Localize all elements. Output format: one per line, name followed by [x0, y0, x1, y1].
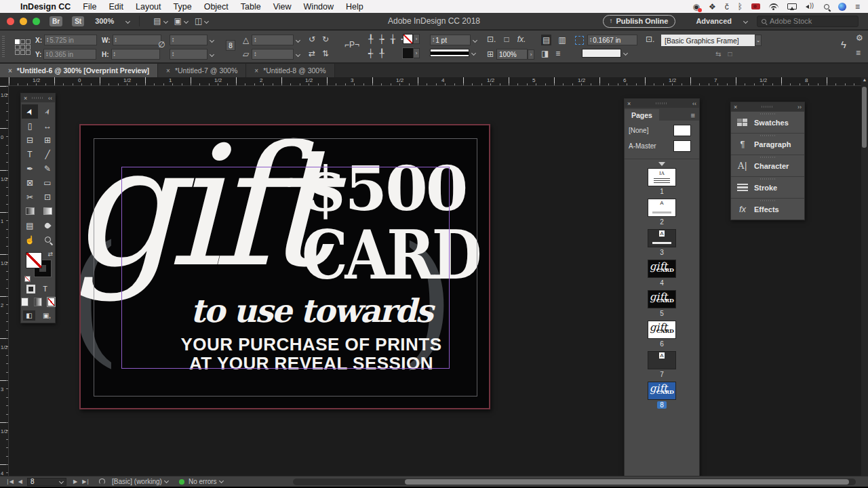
- corner-options-icon[interactable]: ⊡.: [487, 35, 496, 44]
- select-container-button[interactable]: ⌐P¬: [344, 40, 359, 49]
- wrap-none-button[interactable]: ▤: [541, 35, 551, 45]
- close-icon[interactable]: ×: [734, 104, 737, 110]
- stroke-swatch[interactable]: [403, 48, 413, 58]
- collapse-icon[interactable]: ‹‹: [48, 95, 52, 102]
- selection-tool[interactable]: ➤: [22, 104, 38, 119]
- rotate-ccw-button[interactable]: ↺: [309, 35, 315, 44]
- vertical-ruler[interactable]: 1/201/211/221/231/24: [0, 86, 9, 476]
- width-field[interactable]: ▴▾: [113, 35, 161, 45]
- line-tool[interactable]: ╱: [39, 147, 56, 161]
- screen-mode-dropdown[interactable]: ▣: [174, 16, 188, 26]
- panel-menu-icon[interactable]: ≡: [856, 48, 861, 58]
- airplay-display-icon[interactable]: [787, 3, 797, 9]
- stroke-dropdown[interactable]: ›: [413, 48, 420, 58]
- type-tool[interactable]: T: [22, 147, 38, 161]
- wrap-offset-field[interactable]: ▴▾0.1667 in: [587, 35, 637, 45]
- gradient-feather-tool[interactable]: [39, 204, 56, 218]
- horizontal-scrollbar[interactable]: [293, 479, 856, 485]
- rectangle-tool[interactable]: ▭: [39, 176, 56, 190]
- wrap-options-dropdown[interactable]: [582, 49, 621, 58]
- menubar-item[interactable]: Edit: [108, 2, 123, 12]
- formatting-affects-text-button[interactable]: T: [41, 284, 50, 293]
- frame-fitting-icon[interactable]: [575, 36, 584, 45]
- preflight-status-dropdown[interactable]: No errors: [189, 478, 223, 485]
- arrange-documents-dropdown[interactable]: ◫: [195, 16, 208, 26]
- first-page-button[interactable]: ❘◀: [5, 479, 13, 485]
- scale-y-field[interactable]: ▴▾: [170, 49, 208, 60]
- menubar-item[interactable]: File: [83, 2, 96, 12]
- page-item[interactable]: 1: [625, 168, 699, 195]
- page-item[interactable]: 7: [625, 351, 699, 378]
- x-position-field[interactable]: ▴▾5.725 in: [44, 35, 97, 45]
- next-page-button[interactable]: ▶: [73, 479, 77, 485]
- stroke-weight-field[interactable]: ▴▾1 pt: [430, 35, 471, 45]
- clear-overrides-icon[interactable]: □: [728, 50, 732, 58]
- flip-horizontal-button[interactable]: ⇄: [309, 49, 315, 58]
- page-item[interactable]: 8: [625, 382, 699, 409]
- dock-item-stroke[interactable]: Stroke: [731, 176, 804, 198]
- fill-swatch-none[interactable]: [26, 252, 42, 268]
- menubar-item[interactable]: Object: [204, 2, 229, 12]
- apply-gradient-button[interactable]: [34, 298, 41, 306]
- scroll-up-icon[interactable]: ▲: [861, 77, 868, 82]
- page-item[interactable]: 3: [625, 229, 699, 256]
- page-thumbnail[interactable]: [648, 351, 676, 369]
- fill-dropdown[interactable]: ›: [413, 34, 420, 44]
- page-thumbnail[interactable]: [648, 321, 676, 339]
- panel-menu-icon[interactable]: ≡: [687, 111, 699, 121]
- page-thumbnail[interactable]: [648, 290, 676, 308]
- page-item[interactable]: 6: [625, 321, 699, 348]
- zoom-tool[interactable]: [39, 232, 56, 247]
- quick-apply-icon[interactable]: ϟ: [841, 39, 846, 50]
- screen-record-icon[interactable]: ◉: [693, 2, 700, 12]
- ruler-origin-corner[interactable]: [0, 77, 9, 86]
- close-icon[interactable]: ×: [166, 67, 170, 75]
- apply-color-button[interactable]: [21, 298, 28, 306]
- page-item[interactable]: 4: [625, 260, 699, 287]
- master-thumbnail[interactable]: [673, 125, 691, 136]
- height-field[interactable]: ▴▾: [111, 49, 160, 60]
- distribute-button[interactable]: ╀: [379, 49, 384, 58]
- menubar-item[interactable]: View: [273, 2, 292, 12]
- master-page-row[interactable]: A-Master: [629, 140, 695, 152]
- document-tab[interactable]: × *Untitled-6 @ 300% [Overprint Preview]: [0, 64, 158, 77]
- page-tool[interactable]: ▯: [22, 119, 38, 133]
- caffeine-icon[interactable]: č: [725, 2, 729, 12]
- text-frame-outline[interactable]: [121, 167, 450, 369]
- notification-center-icon[interactable]: ≡: [855, 2, 860, 12]
- content-collector-tool[interactable]: ⊟: [22, 133, 38, 147]
- menubar-item[interactable]: Window: [304, 2, 334, 12]
- page-thumbnail[interactable]: [648, 229, 676, 247]
- page-thumbnail[interactable]: [648, 168, 676, 186]
- reference-point-proxy[interactable]: [15, 39, 31, 55]
- adobe-stock-search-input[interactable]: Adobe Stock: [757, 16, 859, 27]
- workspace-dropdown[interactable]: Advanced: [696, 17, 747, 25]
- page-thumbnail[interactable]: [648, 382, 676, 400]
- close-icon[interactable]: ×: [254, 67, 258, 75]
- rotate-cw-button[interactable]: ↻: [322, 35, 329, 44]
- gear-icon[interactable]: ⚙: [856, 33, 863, 43]
- dock-item-effects[interactable]: fx Effects: [731, 198, 804, 220]
- app-menu[interactable]: InDesign CC: [20, 2, 71, 12]
- page-number-field[interactable]: 8: [27, 478, 66, 486]
- scrollbar-thumb[interactable]: [862, 87, 867, 148]
- publish-online-button[interactable]: ↑Publish Online: [603, 15, 675, 28]
- view-options-dropdown[interactable]: ▤: [153, 16, 167, 26]
- dock-item-paragraph[interactable]: ¶ Paragraph: [731, 133, 804, 155]
- corner-shape-dropdown[interactable]: □: [504, 35, 509, 44]
- autofit-icon[interactable]: ⊡.: [646, 35, 654, 44]
- gift-card-page[interactable]: ( ) gift $500 CARD to use towards YOUR P…: [79, 124, 490, 409]
- expand-icon[interactable]: ››: [797, 104, 802, 110]
- menubar-item[interactable]: Help: [346, 2, 363, 12]
- direct-selection-tool[interactable]: ➢: [39, 104, 56, 119]
- formatting-affects-container-button[interactable]: [26, 285, 35, 293]
- swap-fill-stroke-icon[interactable]: ⇄: [47, 251, 53, 258]
- panel-grip[interactable]: [2, 36, 5, 58]
- close-icon[interactable]: ×: [627, 100, 631, 107]
- eyedropper-tool[interactable]: [39, 218, 56, 232]
- hand-tool[interactable]: ☝: [22, 232, 38, 247]
- master-page-row[interactable]: [None]: [629, 125, 695, 136]
- free-transform-tool[interactable]: ⊡: [39, 190, 56, 204]
- content-placer-tool[interactable]: ⊞: [39, 133, 56, 147]
- rotation-angle-field[interactable]: ▴▾: [252, 35, 294, 45]
